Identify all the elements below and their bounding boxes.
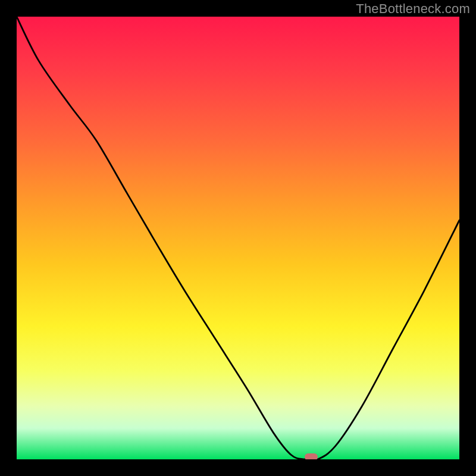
bottleneck-curve — [17, 17, 459, 459]
optimal-point-marker — [305, 453, 318, 459]
chart-frame: TheBottleneck.com — [0, 0, 476, 476]
plot-area — [17, 17, 459, 459]
watermark-label: TheBottleneck.com — [356, 1, 470, 17]
